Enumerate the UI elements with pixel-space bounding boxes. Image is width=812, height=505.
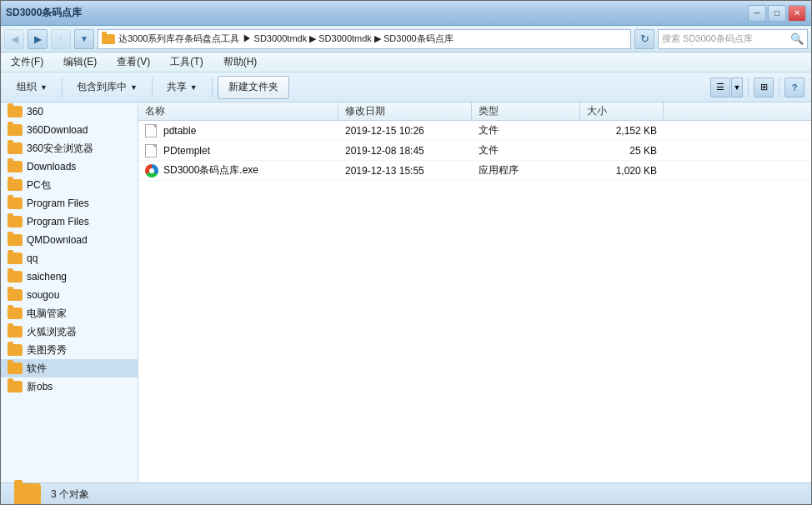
sidebar-item-software[interactable]: 软件 bbox=[1, 359, 138, 378]
column-header-date[interactable]: 修改日期 bbox=[338, 102, 472, 120]
file-name: PDtemplet bbox=[163, 145, 210, 157]
share-button[interactable]: 共享 ▼ bbox=[158, 76, 207, 99]
toolbar-separator-1 bbox=[62, 78, 63, 98]
folder-icon bbox=[8, 234, 23, 246]
menu-view[interactable]: 查看(V) bbox=[113, 53, 153, 71]
search-icon: 🔍 bbox=[790, 32, 804, 45]
preview-pane-button[interactable]: ⊞ bbox=[754, 78, 774, 98]
sidebar-item-360[interactable]: 360 bbox=[1, 102, 138, 121]
organize-button[interactable]: 组织 ▼ bbox=[8, 76, 57, 99]
doc-icon bbox=[145, 124, 157, 138]
back-button[interactable]: ◀ bbox=[4, 29, 24, 49]
folder-icon bbox=[8, 381, 23, 392]
sidebar-item-programfiles2[interactable]: Program Files bbox=[1, 212, 138, 231]
refresh-button[interactable]: ↻ bbox=[634, 29, 654, 49]
sidebar-item-saicheng[interactable]: saicheng bbox=[1, 268, 138, 286]
view-buttons: ☰ ▼ ⊞ ? bbox=[710, 78, 804, 98]
file-name-cell: SD3000条码点库.exe bbox=[138, 161, 338, 180]
sidebar-item-label: sougou bbox=[27, 289, 59, 301]
file-name: SD3000条码点库.exe bbox=[163, 163, 258, 178]
file-date-cell: 2019-12-13 15:55 bbox=[338, 161, 472, 180]
toolbar-separator-4 bbox=[748, 78, 749, 98]
address-bar[interactable]: 达3000系列库存条码盘点工具 ▶ SD3000tmdk ▶ SD3000tmd… bbox=[98, 29, 631, 49]
file-type-cell: 文件 bbox=[472, 121, 580, 140]
status-bar: 3 个对象 bbox=[1, 482, 811, 505]
menu-edit[interactable]: 编辑(E) bbox=[60, 53, 100, 71]
title-bar: SD3000条码点库 ─ □ ✕ bbox=[1, 1, 811, 26]
menu-file[interactable]: 文件(F) bbox=[8, 53, 47, 71]
forward-button[interactable]: ▶ bbox=[28, 29, 48, 49]
exe-icon bbox=[145, 164, 158, 178]
search-bar[interactable]: 搜索 SD3000条码点库 🔍 bbox=[658, 29, 808, 49]
minimize-button[interactable]: ─ bbox=[748, 5, 766, 22]
sidebar-item-label: qq bbox=[27, 252, 38, 264]
help-button[interactable]: ? bbox=[784, 78, 804, 98]
file-size-cell: 25 KB bbox=[580, 141, 664, 160]
folder-icon bbox=[8, 289, 23, 301]
sidebar-item-label: 软件 bbox=[27, 362, 47, 376]
folder-icon bbox=[8, 179, 23, 191]
menu-help[interactable]: 帮助(H) bbox=[220, 53, 261, 71]
folder-icon bbox=[8, 252, 23, 264]
share-label: 共享 bbox=[167, 80, 187, 94]
sidebar-item-label: QMDownload bbox=[27, 234, 88, 246]
folder-icon bbox=[8, 271, 23, 282]
recent-button[interactable]: ▼ bbox=[74, 29, 94, 49]
file-date-cell: 2019-12-08 18:45 bbox=[338, 141, 472, 160]
file-size-cell: 1,020 KB bbox=[580, 161, 664, 180]
close-button[interactable]: ✕ bbox=[788, 5, 806, 22]
sidebar-item-label: Program Files bbox=[27, 198, 89, 209]
sidebar-item-label: PC包 bbox=[27, 178, 51, 192]
sidebar-item-pcmanager[interactable]: 电脑管家 bbox=[1, 304, 138, 322]
file-name-cell: pdtable bbox=[138, 121, 338, 140]
view-toggle-button[interactable]: ☰ bbox=[710, 78, 730, 98]
sidebar-item-meitu[interactable]: 美图秀秀 bbox=[1, 341, 138, 359]
maximize-button[interactable]: □ bbox=[768, 5, 786, 22]
sidebar-item-label: Downloads bbox=[27, 161, 76, 172]
view-chevron-button[interactable]: ▼ bbox=[731, 78, 743, 98]
folder-icon bbox=[8, 142, 23, 154]
file-date-cell: 2019-12-15 10:26 bbox=[338, 121, 472, 140]
column-header-type[interactable]: 类型 bbox=[472, 102, 580, 120]
up-button[interactable]: ↑ bbox=[51, 29, 71, 49]
sidebar-item-label: 360 bbox=[27, 106, 43, 118]
table-row[interactable]: SD3000条码点库.exe 2019-12-13 15:55 应用程序 1,0… bbox=[138, 161, 811, 181]
column-header-name[interactable]: 名称 bbox=[138, 102, 338, 120]
sidebar-item-label: 360Download bbox=[27, 124, 88, 136]
file-type-cell: 应用程序 bbox=[472, 161, 580, 180]
sidebar-item-label: 电脑管家 bbox=[27, 307, 67, 321]
table-row[interactable]: pdtable 2019-12-15 10:26 文件 2,152 KB bbox=[138, 121, 811, 141]
sidebar-item-programfiles1[interactable]: Program Files bbox=[1, 194, 138, 212]
new-folder-button[interactable]: 新建文件夹 bbox=[218, 76, 289, 99]
sidebar-item-360browser[interactable]: 360安全浏览器 bbox=[1, 139, 138, 158]
sidebar-item-firefox[interactable]: 火狐浏览器 bbox=[1, 322, 138, 341]
sidebar-item-360download[interactable]: 360Download bbox=[1, 121, 138, 139]
file-icon-exe bbox=[145, 164, 158, 178]
search-placeholder: 搜索 SD3000条码点库 bbox=[662, 32, 753, 45]
toolbar: 组织 ▼ 包含到库中 ▼ 共享 ▼ 新建文件夹 ☰ ▼ ⊞ ? bbox=[1, 72, 811, 102]
sidebar-item-qq[interactable]: qq bbox=[1, 249, 138, 268]
folder-icon bbox=[8, 326, 23, 338]
sidebar-item-qmdownload[interactable]: QMDownload bbox=[1, 231, 138, 249]
file-name: pdtable bbox=[163, 125, 196, 137]
sidebar-item-label: 火狐浏览器 bbox=[27, 325, 77, 339]
doc-icon bbox=[145, 144, 157, 158]
file-icon-doc bbox=[145, 124, 158, 138]
folder-icon bbox=[8, 198, 23, 209]
include-button[interactable]: 包含到库中 ▼ bbox=[68, 76, 147, 99]
folder-icon bbox=[8, 308, 23, 319]
sidebar-item-label: 美图秀秀 bbox=[27, 343, 67, 358]
main-content: 360 360Download 360安全浏览器 Downloads PC包 P… bbox=[1, 102, 811, 482]
status-folder-icon bbox=[14, 483, 41, 506]
sidebar-item-label: 360安全浏览器 bbox=[27, 142, 93, 156]
sidebar-item-pc[interactable]: PC包 bbox=[1, 176, 138, 194]
sidebar-item-downloads[interactable]: Downloads bbox=[1, 158, 138, 176]
column-header-size[interactable]: 大小 bbox=[580, 102, 664, 120]
toolbar-separator-5 bbox=[779, 78, 779, 98]
menu-tools[interactable]: 工具(T) bbox=[167, 53, 206, 71]
table-row[interactable]: PDtemplet 2019-12-08 18:45 文件 25 KB bbox=[138, 141, 811, 161]
title-bar-buttons: ─ □ ✕ bbox=[748, 5, 806, 22]
sidebar-item-sougou[interactable]: sougou bbox=[1, 286, 138, 304]
sidebar-item-newobs[interactable]: 新obs bbox=[1, 378, 138, 396]
nav-bar: ◀ ▶ ↑ ▼ 达3000系列库存条码盘点工具 ▶ SD3000tmdk ▶ S… bbox=[1, 26, 811, 52]
